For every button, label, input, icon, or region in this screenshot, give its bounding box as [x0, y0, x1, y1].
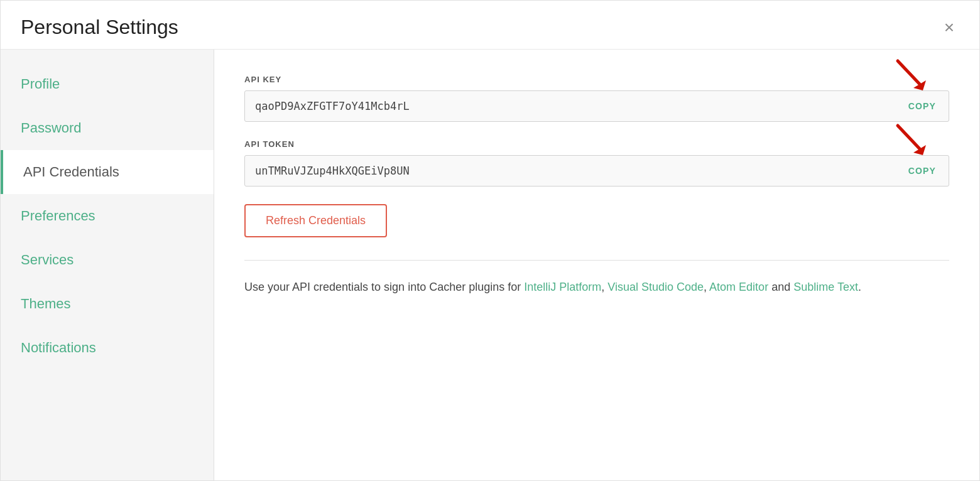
- section-divider: [244, 260, 949, 261]
- modal-header: Personal Settings ×: [1, 1, 979, 50]
- api-token-wrapper: unTMRuVJZup4HkXQGEiVp8UN COPY: [244, 155, 949, 186]
- sidebar-item-password[interactable]: Password: [1, 106, 214, 150]
- sidebar-item-preferences[interactable]: Preferences: [1, 194, 214, 238]
- api-key-section: API KEY qaoPD9AxZFGTF7oY41Mcb4rL COPY: [244, 75, 949, 122]
- api-key-wrapper: qaoPD9AxZFGTF7oY41Mcb4rL COPY: [244, 90, 949, 122]
- red-arrow-api-token: [885, 122, 929, 157]
- description-text-prefix: Use your API credentials to sign into Ca…: [244, 281, 524, 293]
- api-description: Use your API credentials to sign into Ca…: [244, 278, 949, 296]
- api-token-field-row: unTMRuVJZup4HkXQGEiVp8UN COPY: [244, 155, 949, 186]
- svg-line-0: [898, 61, 920, 84]
- sidebar-item-notifications[interactable]: Notifications: [1, 326, 214, 370]
- api-token-value: unTMRuVJZup4HkXQGEiVp8UN: [245, 156, 896, 186]
- description-comma-2: ,: [704, 281, 709, 293]
- api-key-copy-button[interactable]: COPY: [896, 92, 949, 120]
- api-token-section: API TOKEN unTMRuVJZup4HkXQGEiVp8UN COPY: [244, 139, 949, 186]
- sidebar-item-profile[interactable]: Profile: [1, 62, 214, 106]
- api-token-label: API TOKEN: [244, 139, 949, 149]
- refresh-credentials-button[interactable]: Refresh Credentials: [244, 204, 387, 237]
- personal-settings-modal: Personal Settings × Profile Password API…: [0, 0, 980, 481]
- close-button[interactable]: ×: [939, 16, 959, 39]
- intellij-platform-link[interactable]: IntelliJ Platform: [524, 281, 601, 293]
- sidebar: Profile Password API Credentials Prefere…: [1, 50, 214, 480]
- sidebar-item-themes[interactable]: Themes: [1, 282, 214, 326]
- sublime-text-link[interactable]: Sublime Text: [793, 281, 858, 293]
- modal-title: Personal Settings: [21, 16, 178, 39]
- api-key-value: qaoPD9AxZFGTF7oY41Mcb4rL: [245, 91, 896, 121]
- description-comma-1: ,: [601, 281, 607, 293]
- sidebar-item-services[interactable]: Services: [1, 238, 214, 282]
- modal-body: Profile Password API Credentials Prefere…: [1, 50, 979, 480]
- api-key-label: API KEY: [244, 75, 949, 84]
- sidebar-item-api-credentials[interactable]: API Credentials: [1, 150, 214, 194]
- description-period: .: [858, 281, 861, 293]
- description-and: and: [768, 281, 793, 293]
- red-arrow-api-key: [885, 58, 929, 92]
- svg-line-2: [898, 126, 920, 149]
- content-area: API KEY qaoPD9AxZFGTF7oY41Mcb4rL COPY AP…: [214, 50, 979, 480]
- atom-editor-link[interactable]: Atom Editor: [709, 281, 768, 293]
- api-key-field-row: qaoPD9AxZFGTF7oY41Mcb4rL COPY: [244, 90, 949, 122]
- api-token-copy-button[interactable]: COPY: [896, 157, 949, 185]
- visual-studio-code-link[interactable]: Visual Studio Code: [607, 281, 704, 293]
